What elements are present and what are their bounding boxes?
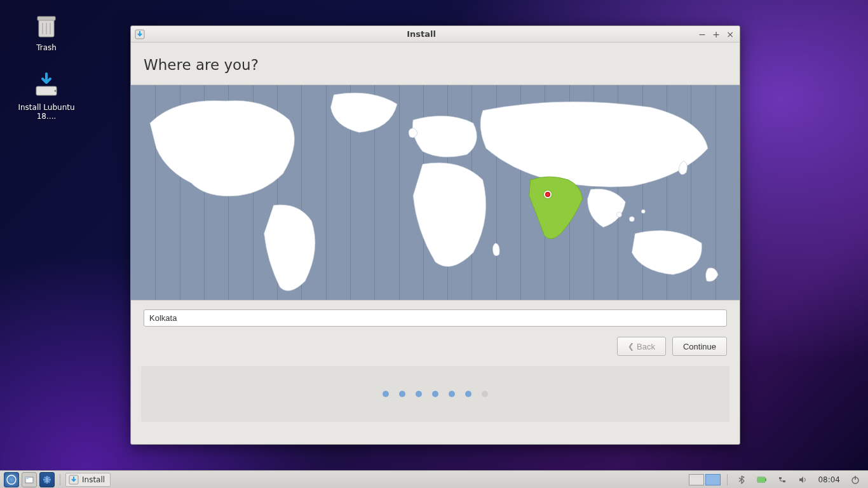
taskbar-task-label: Install — [82, 475, 105, 484]
window-title: Install — [149, 29, 694, 39]
desktop-icon-install[interactable]: Install Lubuntu 18.... — [18, 70, 75, 121]
back-button-label: Back — [637, 342, 655, 351]
taskbar-panel: Install 08:04 — [0, 470, 868, 488]
window-content: Where are you? — [131, 43, 740, 444]
svg-rect-1 — [37, 17, 55, 20]
network-icon[interactable] — [776, 474, 788, 485]
chevron-left-icon: ❮ — [628, 342, 634, 351]
separator — [727, 474, 728, 485]
separator — [60, 474, 60, 485]
svg-rect-5 — [36, 86, 57, 95]
button-row: ❮ Back Continue — [131, 333, 740, 361]
taskbar-task-install[interactable]: Install — [65, 473, 111, 487]
continue-button-label: Continue — [683, 342, 716, 351]
workspace-1[interactable] — [689, 474, 704, 485]
battery-icon[interactable] — [756, 474, 768, 485]
progress-dot — [465, 391, 471, 397]
start-menu-button[interactable] — [4, 472, 19, 487]
timezone-map[interactable] — [131, 85, 740, 301]
progress-dot — [416, 391, 422, 397]
location-input[interactable] — [144, 309, 727, 327]
install-task-icon — [69, 475, 79, 485]
install-disk-icon — [31, 70, 62, 100]
minimize-button[interactable]: − — [696, 29, 708, 40]
file-manager-launcher[interactable] — [22, 472, 37, 487]
app-icon — [135, 29, 145, 39]
browser-launcher[interactable] — [39, 472, 55, 487]
workspace-2[interactable] — [705, 474, 721, 485]
page-heading: Where are you? — [131, 43, 740, 85]
svg-point-10 — [641, 210, 645, 214]
svg-point-11 — [7, 475, 16, 484]
power-icon[interactable] — [850, 474, 861, 485]
close-button[interactable]: × — [724, 29, 736, 40]
location-marker[interactable] — [544, 191, 552, 198]
svg-rect-19 — [779, 477, 782, 479]
highlighted-region-india — [529, 177, 583, 239]
world-map-svg — [131, 85, 740, 300]
svg-rect-13 — [25, 477, 29, 479]
titlebar[interactable]: Install − + × — [131, 26, 740, 43]
desktop-icon-label: Trash — [18, 43, 75, 52]
svg-point-8 — [616, 212, 621, 217]
maximize-button[interactable]: + — [710, 29, 722, 40]
svg-point-9 — [629, 217, 634, 222]
trash-icon — [31, 10, 62, 41]
volume-icon[interactable] — [797, 474, 808, 485]
desktop-icon-trash[interactable]: Trash — [18, 10, 75, 52]
svg-rect-17 — [765, 478, 766, 481]
svg-point-6 — [55, 90, 57, 92]
svg-rect-18 — [758, 478, 764, 482]
installer-window: Install − + × Where are you? — [130, 25, 740, 445]
desktop-icon-label: Install Lubuntu 18.... — [18, 103, 75, 121]
progress-dot — [383, 391, 389, 397]
progress-dot — [399, 391, 405, 397]
panel-clock[interactable]: 08:04 — [818, 475, 840, 484]
progress-dot — [432, 391, 438, 397]
back-button[interactable]: ❮ Back — [617, 337, 666, 356]
bluetooth-icon[interactable] — [736, 474, 747, 485]
progress-strip — [141, 366, 729, 422]
continue-button[interactable]: Continue — [672, 337, 727, 356]
workspace-pager[interactable] — [689, 474, 721, 485]
progress-dot — [449, 391, 455, 397]
location-row — [131, 301, 740, 333]
progress-dot — [482, 391, 488, 397]
desktop: Trash Install Lubuntu 18.... Install − +… — [0, 0, 868, 488]
